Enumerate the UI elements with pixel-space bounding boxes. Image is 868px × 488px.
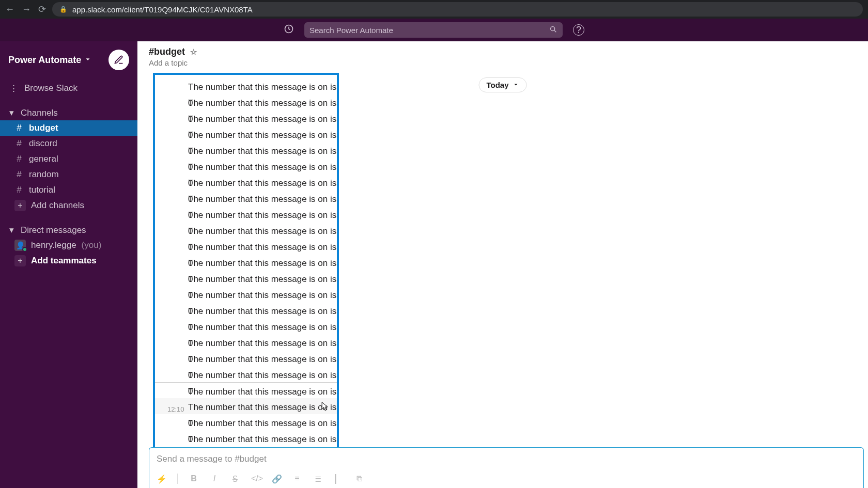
hash-icon: # (14, 138, 24, 149)
message-row[interactable]: The number that this message is on is 0 (155, 302, 337, 318)
sidebar-channel-random[interactable]: # random (0, 167, 137, 182)
help-icon[interactable]: ? (573, 24, 584, 36)
plus-icon: + (14, 200, 26, 211)
channels-section[interactable]: ▾ Channels (0, 104, 137, 120)
browse-slack[interactable]: ⋮ Browse Slack (0, 80, 137, 97)
link-icon[interactable]: 🔗 (272, 474, 281, 484)
url-bar[interactable]: 🔒 app.slack.com/client/T019Q94MCJK/C01AV… (52, 2, 863, 17)
ordered-list-icon[interactable]: ≡ (292, 474, 302, 483)
search-icon (549, 25, 557, 35)
sidebar-channel-general[interactable]: # general (0, 151, 137, 167)
bullet-list-icon[interactable]: ≣ (313, 474, 322, 484)
message-row[interactable]: The number that this message is on is 0 (155, 222, 337, 238)
forward-icon[interactable]: → (22, 5, 31, 14)
chevron-down-icon (513, 81, 519, 89)
message-row[interactable]: The number that this message is on is 0 (155, 158, 337, 174)
message-row[interactable]: The number that this message is on is 0 (155, 78, 337, 94)
slack-top-bar: Search Power Automate ? (0, 19, 868, 41)
message-row[interactable]: The number that this message is on is 0 (155, 190, 337, 206)
channel-name[interactable]: #budget (149, 46, 185, 57)
plus-icon: + (14, 255, 26, 266)
message-row[interactable]: The number that this message is on is 0 (155, 286, 337, 302)
message-row[interactable]: The number that this message is on is 0 (155, 430, 337, 446)
back-icon[interactable]: ← (5, 5, 14, 14)
message-row[interactable]: The number that this message is on is 0 (155, 414, 337, 430)
highlight-overlay: The number that this message is on is 0T… (153, 73, 339, 447)
message-row[interactable]: The number that this message is on is 0 (155, 334, 337, 350)
message-row[interactable]: The number that this message is on is 0 (155, 254, 337, 270)
url-text: app.slack.com/client/T019Q94MCJK/C01AVNX… (72, 5, 253, 14)
hash-icon: # (14, 169, 24, 180)
message-row[interactable]: The number that this message is on is 0 (155, 126, 337, 142)
code-icon[interactable]: </> (251, 474, 260, 483)
history-icon[interactable] (284, 24, 294, 37)
search-placeholder: Search Power Automate (309, 26, 393, 35)
chevron-down-icon (84, 55, 91, 66)
message-row[interactable]: The number that this message is on is 0 (155, 382, 337, 398)
message-row[interactable]: 12:10The number that this message is on … (155, 398, 337, 414)
workspace-switcher[interactable]: Power Automate (8, 55, 91, 66)
composer-placeholder: Send a message to #budget (157, 454, 856, 464)
message-row[interactable]: The number that this message is on is 0 (155, 142, 337, 158)
bold-icon[interactable]: B (189, 474, 198, 483)
message-row[interactable]: The number that this message is on is 0 (155, 350, 337, 366)
message-row[interactable]: The number that this message is on is 0 (155, 238, 337, 254)
hash-icon: # (14, 185, 24, 195)
reload-icon[interactable]: ⟳ (38, 5, 46, 14)
dm-self[interactable]: 👤 henry.legge (you) (0, 238, 137, 253)
message-row[interactable]: The number that this message is on is 0 (155, 94, 337, 110)
browser-bar: ← → ⟳ 🔒 app.slack.com/client/T019Q94MCJK… (0, 0, 868, 19)
message-text: The number that this message is on is 0 (188, 434, 336, 447)
caret-down-icon: ▾ (9, 107, 16, 118)
message-row[interactable]: The number that this message is on is 0 (155, 318, 337, 334)
lightning-icon[interactable]: ⚡ (157, 474, 166, 484)
sidebar-channel-tutorial[interactable]: # tutorial (0, 182, 137, 198)
format-toolbar: ⚡ B I S̶ </> 🔗 ≡ ≣ ▏ ⧉ (157, 474, 856, 484)
codeblock-icon[interactable]: ⧉ (354, 474, 364, 483)
search-input[interactable]: Search Power Automate (304, 22, 563, 38)
add-channels[interactable]: + Add channels (0, 198, 137, 213)
channel-header: #budget ☆ Add a topic (137, 41, 868, 70)
message-row[interactable]: The number that this message is on is 0 (155, 174, 337, 190)
dms-section[interactable]: ▾ Direct messages (0, 222, 137, 238)
svg-point-1 (551, 26, 555, 30)
sidebar: Power Automate ⋮ Browse Slack ▾ Channels… (0, 41, 137, 488)
compose-button[interactable] (109, 50, 129, 70)
sidebar-channel-budget[interactable]: # budget (0, 120, 137, 136)
date-divider[interactable]: Today (478, 77, 526, 92)
sidebar-channel-discord[interactable]: # discord (0, 136, 137, 151)
message-row[interactable]: The number that this message is on is 0 (155, 110, 337, 126)
message-composer[interactable]: Send a message to #budget ⚡ B I S̶ </> 🔗… (149, 447, 864, 488)
message-row[interactable]: The number that this message is on is 0 (155, 270, 337, 286)
more-icon: ⋮ (9, 83, 18, 94)
message-row[interactable]: The number that this message is on is 0 (155, 366, 337, 382)
star-icon[interactable]: ☆ (190, 48, 197, 57)
messages-area[interactable]: Today The number that this message is on… (137, 70, 868, 447)
hash-icon: # (14, 154, 24, 164)
strike-icon[interactable]: S̶ (230, 474, 240, 484)
message-row[interactable]: The number that this message is on is 0 (155, 206, 337, 222)
lock-icon: 🔒 (59, 6, 67, 13)
content-area: #budget ☆ Add a topic Today The number t… (137, 41, 868, 488)
caret-down-icon: ▾ (9, 225, 16, 235)
italic-icon[interactable]: I (210, 474, 219, 483)
avatar: 👤 (14, 240, 26, 251)
quote-icon[interactable]: ▏ (334, 474, 343, 484)
channel-topic[interactable]: Add a topic (149, 58, 857, 67)
add-teammates[interactable]: + Add teammates (0, 253, 137, 269)
hash-icon: # (14, 123, 24, 133)
